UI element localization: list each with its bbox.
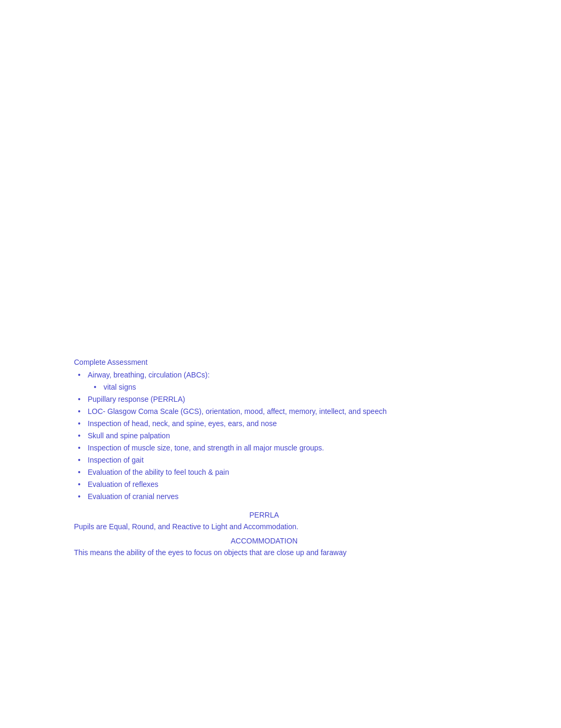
list-item: •Inspection of muscle size, tone, and st… bbox=[74, 443, 454, 454]
list-item: •Evaluation of the ability to feel touch… bbox=[74, 467, 454, 478]
list-item-text: LOC- Glasgow Coma Scale (GCS), orientati… bbox=[88, 406, 387, 417]
accommodation-text: This means the ability of the eyes to fo… bbox=[74, 547, 454, 558]
accommodation-title: ACCOMMODATION bbox=[74, 537, 454, 545]
perrla-section: PERRLA Pupils are Equal, Round, and Reac… bbox=[74, 511, 454, 558]
bullet-icon: • bbox=[90, 382, 100, 393]
list-item-text: Inspection of muscle size, tone, and str… bbox=[88, 443, 324, 454]
list-item-text: Evaluation of the ability to feel touch … bbox=[88, 467, 229, 478]
bullet-icon: • bbox=[74, 467, 85, 478]
bullet-icon: • bbox=[74, 370, 85, 381]
list-item: •vital signs bbox=[74, 382, 454, 393]
list-item-text: Inspection of gait bbox=[88, 455, 144, 466]
content-area: Complete Assessment •Airway, breathing, … bbox=[74, 358, 454, 558]
bullet-icon: • bbox=[74, 443, 85, 454]
list-item: •Skull and spine palpation bbox=[74, 430, 454, 441]
list-item-text: Inspection of head, neck, and spine, eye… bbox=[88, 418, 277, 429]
list-item-text: Airway, breathing, circulation (ABCs): bbox=[88, 370, 210, 381]
list-item-text: Evaluation of cranial nerves bbox=[88, 491, 179, 502]
bullet-icon: • bbox=[74, 479, 85, 490]
list-item-text: Evaluation of reflexes bbox=[88, 479, 158, 490]
list-item: •Airway, breathing, circulation (ABCs): bbox=[74, 370, 454, 381]
bullet-icon: • bbox=[74, 455, 85, 466]
perrla-text: Pupils are Equal, Round, and Reactive to… bbox=[74, 521, 454, 532]
bullet-icon: • bbox=[74, 406, 85, 417]
perrla-title: PERRLA bbox=[74, 511, 454, 519]
bullet-icon: • bbox=[74, 394, 85, 405]
section-title: Complete Assessment bbox=[74, 358, 454, 366]
bullet-icon: • bbox=[74, 418, 85, 429]
page-container: Complete Assessment •Airway, breathing, … bbox=[0, 0, 561, 728]
list-item: •Pupillary response (PERRLA) bbox=[74, 394, 454, 405]
list-item: •Evaluation of cranial nerves bbox=[74, 491, 454, 502]
list-item-text: Pupillary response (PERRLA) bbox=[88, 394, 185, 405]
list-item-text: Skull and spine palpation bbox=[88, 430, 170, 441]
list-item: •Inspection of gait bbox=[74, 455, 454, 466]
list-item: •Evaluation of reflexes bbox=[74, 479, 454, 490]
list-item-text: vital signs bbox=[104, 382, 136, 393]
bullet-icon: • bbox=[74, 491, 85, 502]
bullet-icon: • bbox=[74, 430, 85, 441]
bullet-list: •Airway, breathing, circulation (ABCs):•… bbox=[74, 370, 454, 502]
list-item: •LOC- Glasgow Coma Scale (GCS), orientat… bbox=[74, 406, 454, 417]
list-item: •Inspection of head, neck, and spine, ey… bbox=[74, 418, 454, 429]
